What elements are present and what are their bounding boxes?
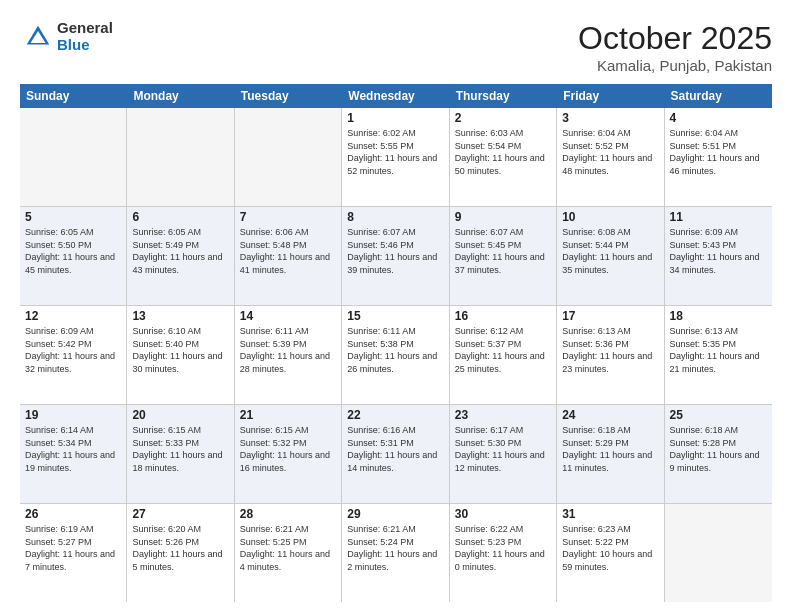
calendar-row-1: 1Sunrise: 6:02 AM Sunset: 5:55 PM Daylig…: [20, 108, 772, 207]
day-cell-16: 16Sunrise: 6:12 AM Sunset: 5:37 PM Dayli…: [450, 306, 557, 404]
day-number: 30: [455, 507, 551, 521]
day-number: 9: [455, 210, 551, 224]
day-number: 2: [455, 111, 551, 125]
day-cell-26: 26Sunrise: 6:19 AM Sunset: 5:27 PM Dayli…: [20, 504, 127, 602]
day-info: Sunrise: 6:13 AM Sunset: 5:35 PM Dayligh…: [670, 325, 767, 375]
day-number: 22: [347, 408, 443, 422]
day-cell-25: 25Sunrise: 6:18 AM Sunset: 5:28 PM Dayli…: [665, 405, 772, 503]
page: General Blue October 2025 Kamalia, Punja…: [0, 0, 792, 612]
day-info: Sunrise: 6:12 AM Sunset: 5:37 PM Dayligh…: [455, 325, 551, 375]
day-info: Sunrise: 6:05 AM Sunset: 5:50 PM Dayligh…: [25, 226, 121, 276]
day-number: 20: [132, 408, 228, 422]
day-info: Sunrise: 6:23 AM Sunset: 5:22 PM Dayligh…: [562, 523, 658, 573]
day-cell-13: 13Sunrise: 6:10 AM Sunset: 5:40 PM Dayli…: [127, 306, 234, 404]
day-info: Sunrise: 6:15 AM Sunset: 5:32 PM Dayligh…: [240, 424, 336, 474]
day-cell-28: 28Sunrise: 6:21 AM Sunset: 5:25 PM Dayli…: [235, 504, 342, 602]
logo: General Blue: [20, 20, 113, 53]
day-info: Sunrise: 6:16 AM Sunset: 5:31 PM Dayligh…: [347, 424, 443, 474]
day-info: Sunrise: 6:21 AM Sunset: 5:25 PM Dayligh…: [240, 523, 336, 573]
calendar-row-3: 12Sunrise: 6:09 AM Sunset: 5:42 PM Dayli…: [20, 306, 772, 405]
day-number: 25: [670, 408, 767, 422]
day-number: 13: [132, 309, 228, 323]
day-cell-30: 30Sunrise: 6:22 AM Sunset: 5:23 PM Dayli…: [450, 504, 557, 602]
day-number: 28: [240, 507, 336, 521]
day-info: Sunrise: 6:18 AM Sunset: 5:29 PM Dayligh…: [562, 424, 658, 474]
day-number: 21: [240, 408, 336, 422]
day-number: 29: [347, 507, 443, 521]
day-number: 1: [347, 111, 443, 125]
day-cell-15: 15Sunrise: 6:11 AM Sunset: 5:38 PM Dayli…: [342, 306, 449, 404]
empty-cell: [235, 108, 342, 206]
day-number: 16: [455, 309, 551, 323]
day-number: 3: [562, 111, 658, 125]
day-info: Sunrise: 6:17 AM Sunset: 5:30 PM Dayligh…: [455, 424, 551, 474]
day-cell-20: 20Sunrise: 6:15 AM Sunset: 5:33 PM Dayli…: [127, 405, 234, 503]
day-info: Sunrise: 6:07 AM Sunset: 5:45 PM Dayligh…: [455, 226, 551, 276]
day-info: Sunrise: 6:11 AM Sunset: 5:38 PM Dayligh…: [347, 325, 443, 375]
day-cell-12: 12Sunrise: 6:09 AM Sunset: 5:42 PM Dayli…: [20, 306, 127, 404]
empty-cell: [20, 108, 127, 206]
day-number: 4: [670, 111, 767, 125]
day-number: 11: [670, 210, 767, 224]
day-cell-9: 9Sunrise: 6:07 AM Sunset: 5:45 PM Daylig…: [450, 207, 557, 305]
day-info: Sunrise: 6:22 AM Sunset: 5:23 PM Dayligh…: [455, 523, 551, 573]
day-cell-18: 18Sunrise: 6:13 AM Sunset: 5:35 PM Dayli…: [665, 306, 772, 404]
day-number: 5: [25, 210, 121, 224]
day-info: Sunrise: 6:05 AM Sunset: 5:49 PM Dayligh…: [132, 226, 228, 276]
day-info: Sunrise: 6:02 AM Sunset: 5:55 PM Dayligh…: [347, 127, 443, 177]
day-cell-29: 29Sunrise: 6:21 AM Sunset: 5:24 PM Dayli…: [342, 504, 449, 602]
location-subtitle: Kamalia, Punjab, Pakistan: [578, 57, 772, 74]
day-cell-5: 5Sunrise: 6:05 AM Sunset: 5:50 PM Daylig…: [20, 207, 127, 305]
day-number: 18: [670, 309, 767, 323]
day-info: Sunrise: 6:19 AM Sunset: 5:27 PM Dayligh…: [25, 523, 121, 573]
calendar-row-2: 5Sunrise: 6:05 AM Sunset: 5:50 PM Daylig…: [20, 207, 772, 306]
day-cell-7: 7Sunrise: 6:06 AM Sunset: 5:48 PM Daylig…: [235, 207, 342, 305]
day-info: Sunrise: 6:13 AM Sunset: 5:36 PM Dayligh…: [562, 325, 658, 375]
day-number: 8: [347, 210, 443, 224]
day-info: Sunrise: 6:09 AM Sunset: 5:43 PM Dayligh…: [670, 226, 767, 276]
empty-cell: [127, 108, 234, 206]
logo-icon: [23, 22, 53, 52]
day-cell-4: 4Sunrise: 6:04 AM Sunset: 5:51 PM Daylig…: [665, 108, 772, 206]
day-info: Sunrise: 6:09 AM Sunset: 5:42 PM Dayligh…: [25, 325, 121, 375]
header-cell-saturday: Saturday: [665, 84, 772, 108]
day-cell-10: 10Sunrise: 6:08 AM Sunset: 5:44 PM Dayli…: [557, 207, 664, 305]
day-number: 31: [562, 507, 658, 521]
header-cell-wednesday: Wednesday: [342, 84, 449, 108]
logo-general: General: [57, 20, 113, 37]
title-section: October 2025 Kamalia, Punjab, Pakistan: [578, 20, 772, 74]
day-cell-2: 2Sunrise: 6:03 AM Sunset: 5:54 PM Daylig…: [450, 108, 557, 206]
empty-cell: [665, 504, 772, 602]
day-cell-21: 21Sunrise: 6:15 AM Sunset: 5:32 PM Dayli…: [235, 405, 342, 503]
header-cell-monday: Monday: [127, 84, 234, 108]
day-info: Sunrise: 6:03 AM Sunset: 5:54 PM Dayligh…: [455, 127, 551, 177]
day-number: 10: [562, 210, 658, 224]
calendar-row-4: 19Sunrise: 6:14 AM Sunset: 5:34 PM Dayli…: [20, 405, 772, 504]
day-number: 23: [455, 408, 551, 422]
day-cell-11: 11Sunrise: 6:09 AM Sunset: 5:43 PM Dayli…: [665, 207, 772, 305]
header-cell-sunday: Sunday: [20, 84, 127, 108]
header-cell-friday: Friday: [557, 84, 664, 108]
calendar-row-5: 26Sunrise: 6:19 AM Sunset: 5:27 PM Dayli…: [20, 504, 772, 602]
header-cell-tuesday: Tuesday: [235, 84, 342, 108]
day-cell-17: 17Sunrise: 6:13 AM Sunset: 5:36 PM Dayli…: [557, 306, 664, 404]
calendar: SundayMondayTuesdayWednesdayThursdayFrid…: [20, 84, 772, 602]
day-number: 24: [562, 408, 658, 422]
calendar-header: SundayMondayTuesdayWednesdayThursdayFrid…: [20, 84, 772, 108]
day-info: Sunrise: 6:11 AM Sunset: 5:39 PM Dayligh…: [240, 325, 336, 375]
day-info: Sunrise: 6:04 AM Sunset: 5:51 PM Dayligh…: [670, 127, 767, 177]
calendar-body: 1Sunrise: 6:02 AM Sunset: 5:55 PM Daylig…: [20, 108, 772, 602]
header-cell-thursday: Thursday: [450, 84, 557, 108]
day-cell-6: 6Sunrise: 6:05 AM Sunset: 5:49 PM Daylig…: [127, 207, 234, 305]
day-number: 14: [240, 309, 336, 323]
day-info: Sunrise: 6:08 AM Sunset: 5:44 PM Dayligh…: [562, 226, 658, 276]
day-cell-3: 3Sunrise: 6:04 AM Sunset: 5:52 PM Daylig…: [557, 108, 664, 206]
day-number: 6: [132, 210, 228, 224]
day-info: Sunrise: 6:10 AM Sunset: 5:40 PM Dayligh…: [132, 325, 228, 375]
day-info: Sunrise: 6:20 AM Sunset: 5:26 PM Dayligh…: [132, 523, 228, 573]
day-number: 27: [132, 507, 228, 521]
day-number: 12: [25, 309, 121, 323]
day-info: Sunrise: 6:04 AM Sunset: 5:52 PM Dayligh…: [562, 127, 658, 177]
day-info: Sunrise: 6:14 AM Sunset: 5:34 PM Dayligh…: [25, 424, 121, 474]
day-number: 15: [347, 309, 443, 323]
